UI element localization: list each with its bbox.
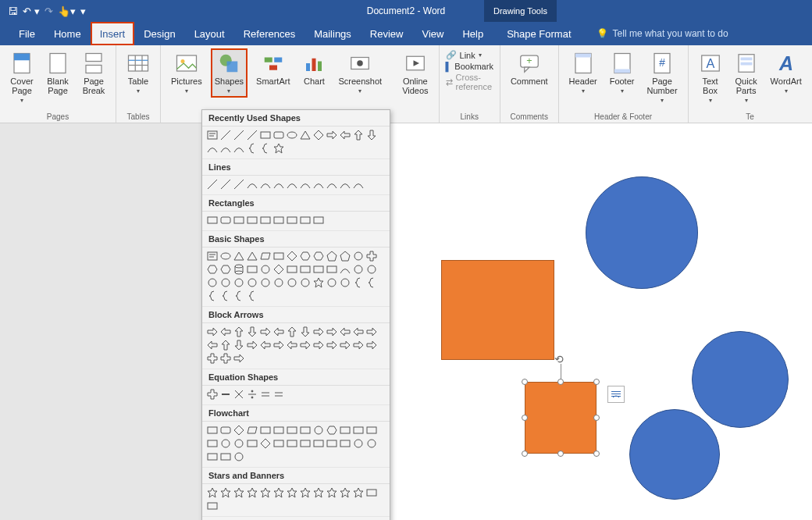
shape-option-circle[interactable] (260, 264, 271, 275)
shape-option-oval[interactable] (287, 130, 297, 141)
shape-option-circle[interactable] (326, 277, 337, 288)
shape-option-circle[interactable] (233, 451, 244, 462)
shape-option-hex[interactable] (313, 251, 324, 262)
shape-option-circle[interactable] (366, 264, 377, 275)
shape-option-brace[interactable] (260, 143, 271, 154)
shape-circle-3[interactable] (629, 409, 720, 500)
shape-option-arrowR[interactable] (300, 340, 311, 351)
shape-option-rect[interactable] (207, 438, 218, 449)
shape-option-arrowR[interactable] (233, 353, 244, 364)
shape-option-curve[interactable] (287, 179, 297, 190)
shape-option-circle[interactable] (353, 438, 364, 449)
shape-option-rect[interactable] (247, 215, 258, 226)
qat-customize-icon[interactable]: ▾ (80, 5, 86, 17)
shape-option-diamond[interactable] (287, 251, 297, 262)
screenshot-button[interactable]: Screenshot ▾ (334, 48, 386, 98)
shape-option-rect[interactable] (313, 264, 324, 275)
shape-option-curve[interactable] (340, 179, 351, 190)
shape-option-star[interactable] (313, 487, 324, 498)
chart-button[interactable]: Chart (298, 48, 329, 89)
link-button[interactable]: 🔗Link ▾ (446, 50, 482, 60)
shape-option-arrowR[interactable] (366, 326, 377, 337)
shape-option-circle[interactable] (313, 425, 324, 436)
shape-option-pent[interactable] (326, 251, 337, 262)
shape-option-rect[interactable] (313, 215, 324, 226)
shape-option-star[interactable] (273, 143, 284, 154)
shape-option-rect[interactable] (300, 215, 311, 226)
shape-option-circle[interactable] (300, 277, 311, 288)
shape-option-brace[interactable] (220, 290, 231, 301)
shape-option-circle[interactable] (207, 277, 218, 288)
bookmark-button[interactable]: ▌Bookmark (446, 62, 493, 71)
shape-option-eq[interactable] (273, 389, 284, 400)
shape-option-curve[interactable] (233, 143, 244, 154)
shape-option-rect[interactable] (340, 438, 351, 449)
shape-option-textbox[interactable] (207, 251, 218, 262)
wordart-button[interactable]: A WordArt ▾ (767, 48, 806, 98)
tab-design[interactable]: Design (134, 22, 184, 45)
shape-option-cylinder[interactable] (233, 264, 244, 275)
shape-option-rect[interactable] (366, 487, 377, 498)
shape-option-arrowD[interactable] (300, 326, 311, 337)
shape-option-plus[interactable] (207, 389, 218, 400)
page-break-button[interactable]: Page Break (78, 48, 109, 98)
shape-option-circle[interactable] (260, 277, 271, 288)
shape-option-arrowD[interactable] (233, 340, 244, 351)
shape-option-curve[interactable] (207, 143, 218, 154)
shape-option-line[interactable] (220, 179, 231, 190)
shape-option-tri[interactable] (247, 251, 258, 262)
resize-handle[interactable] (522, 379, 528, 385)
shape-option-arrowL[interactable] (260, 340, 271, 351)
shape-option-curve[interactable] (326, 179, 337, 190)
shape-option-circle[interactable] (220, 277, 231, 288)
shape-option-tri[interactable] (300, 130, 311, 141)
shape-option-textbox[interactable] (207, 130, 218, 141)
shapes-button[interactable]: Shapes ▾ (211, 48, 248, 98)
shape-option-rect[interactable] (340, 425, 351, 436)
shape-option-rect[interactable] (326, 438, 337, 449)
shape-option-rect[interactable] (287, 264, 297, 275)
tab-review[interactable]: Review (361, 22, 413, 45)
shape-rectangle-large[interactable] (441, 260, 554, 360)
shape-option-rect[interactable] (287, 425, 297, 436)
shape-option-curve[interactable] (220, 143, 231, 154)
shape-option-arrowD[interactable] (247, 326, 258, 337)
shape-option-circle[interactable] (353, 264, 364, 275)
shape-option-arrowU[interactable] (233, 326, 244, 337)
shape-option-rect[interactable] (233, 215, 244, 226)
shape-option-arrowR[interactable] (353, 340, 364, 351)
comment-button[interactable]: + Comment (507, 48, 552, 89)
shape-option-arrowR[interactable] (326, 340, 337, 351)
shape-option-diamond[interactable] (313, 130, 324, 141)
shape-option-arrowR[interactable] (313, 326, 324, 337)
shape-option-circle[interactable] (233, 277, 244, 288)
shape-option-curve[interactable] (353, 179, 364, 190)
layout-options-icon[interactable] (607, 386, 625, 403)
shape-option-brace[interactable] (233, 290, 244, 301)
pictures-button[interactable]: Pictures ▾ (167, 48, 206, 98)
resize-handle[interactable] (593, 451, 600, 457)
undo-icon[interactable]: ↶ ▾ (23, 5, 40, 17)
footer-button[interactable]: Footer ▾ (606, 48, 639, 98)
shape-option-circle[interactable] (287, 277, 297, 288)
tab-references[interactable]: References (234, 22, 304, 45)
shape-option-diamond[interactable] (260, 438, 271, 449)
shape-option-circle[interactable] (247, 277, 258, 288)
shape-option-circle[interactable] (233, 438, 244, 449)
shape-option-star[interactable] (326, 487, 337, 498)
shape-option-arrowR[interactable] (247, 340, 258, 351)
shape-option-arrowL[interactable] (340, 326, 351, 337)
shape-option-diamond[interactable] (273, 264, 284, 275)
smartart-button[interactable]: SmartArt (252, 48, 294, 89)
shape-option-tri[interactable] (233, 251, 244, 262)
redo-icon[interactable]: ↷ (45, 5, 53, 17)
shape-option-star[interactable] (260, 487, 271, 498)
tab-view[interactable]: View (412, 22, 453, 45)
shape-option-circle[interactable] (340, 277, 351, 288)
shape-option-rect[interactable] (207, 451, 218, 462)
text-box-button[interactable]: A Text Box ▾ (695, 48, 726, 107)
save-icon[interactable]: 🖫 (8, 5, 18, 17)
shape-option-arrowR[interactable] (326, 130, 337, 141)
cross-reference-button[interactable]: ⇄Cross-reference (446, 73, 493, 91)
shape-circle-2[interactable] (692, 331, 789, 428)
